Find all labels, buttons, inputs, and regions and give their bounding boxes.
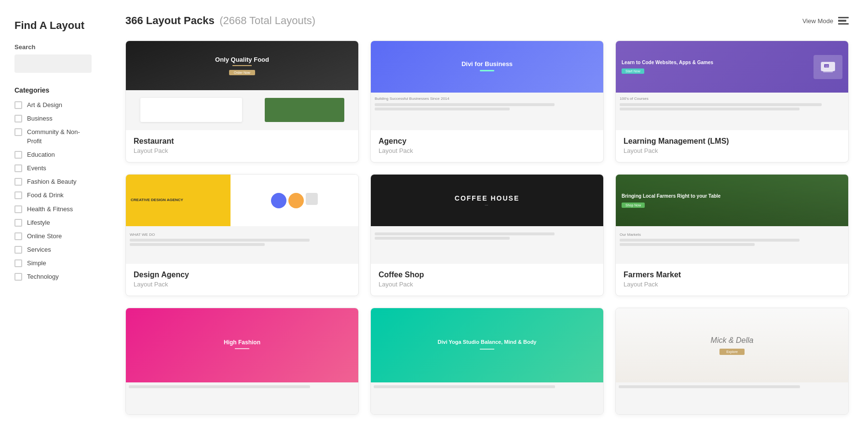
category-checkbox-services[interactable] — [14, 246, 22, 254]
card-info-design: Design Agency Layout Pack — [126, 264, 358, 296]
category-name-simple: Simple — [27, 259, 46, 268]
category-checkbox-events[interactable] — [14, 164, 22, 172]
category-name-services: Services — [27, 245, 51, 254]
coffee-headline: COFFEE HOUSE — [455, 194, 519, 202]
design-headline: CREATIVE DESIGN AGENCY — [131, 198, 226, 203]
category-item-online-store[interactable]: Online Store — [14, 232, 92, 241]
category-checkbox-fashion-beauty[interactable] — [14, 178, 22, 186]
category-name-food-drink: Food & Drink — [27, 191, 64, 200]
category-item-technology[interactable]: Technology — [14, 272, 92, 281]
layout-count: 366 Layout Packs — [125, 14, 215, 27]
category-checkbox-food-drink[interactable] — [14, 191, 22, 199]
card-restaurant[interactable]: Only Quality Food Order Now Restaurant L… — [125, 41, 359, 163]
category-name-art-design: Art & Design — [27, 101, 62, 109]
card-info-restaurant: Restaurant Layout Pack — [126, 130, 358, 162]
total-layouts: (2668 Total Layouts) — [219, 14, 315, 27]
category-checkbox-lifestyle[interactable] — [14, 219, 22, 227]
card-wedding[interactable]: Mick & Della Explore — [615, 308, 849, 415]
card-image-fashion: High Fashion — [126, 308, 358, 414]
card-title-design: Design Agency — [134, 271, 351, 279]
card-image-coffee: COFFEE HOUSE ⸻ — [371, 175, 603, 264]
category-checkbox-online-store[interactable] — [14, 232, 22, 240]
category-name-fashion-beauty: Fashion & Beauty — [27, 177, 77, 186]
card-farmers[interactable]: Bringing Local Farmers Right to your Tab… — [615, 174, 849, 296]
restaurant-headline: Only Quality Food — [215, 56, 269, 63]
category-name-health-fitness: Health & Fitness — [27, 205, 73, 214]
farmers-button: Shop Now — [622, 203, 645, 208]
svg-text:</>: </> — [825, 65, 828, 68]
category-checkbox-education[interactable] — [14, 151, 22, 159]
category-name-online-store: Online Store — [27, 232, 62, 241]
category-name-technology: Technology — [27, 272, 59, 281]
card-subtitle-restaurant: Layout Pack — [134, 147, 351, 154]
card-subtitle-lms: Layout Pack — [624, 147, 841, 154]
fashion-headline: High Fashion — [224, 339, 260, 346]
category-checkbox-simple[interactable] — [14, 259, 22, 267]
card-agency[interactable]: Divi for Business Building Successful Bu… — [370, 41, 604, 163]
card-info-farmers: Farmers Market Layout Pack — [616, 264, 848, 296]
sidebar-title: Find A Layout — [14, 19, 92, 32]
wedding-headline: Mick & Della — [711, 336, 754, 345]
lms-sub: 100's of Courses — [620, 96, 844, 101]
search-input[interactable] — [14, 54, 92, 73]
agency-headline: Divi for Business — [461, 60, 513, 68]
category-item-business[interactable]: Business — [14, 114, 92, 123]
category-name-business: Business — [27, 114, 53, 123]
card-image-lms: Learn to Code Websites, Apps & Games Sta… — [616, 41, 848, 130]
card-subtitle-coffee: Layout Pack — [379, 281, 596, 288]
category-item-food-drink[interactable]: Food & Drink — [14, 191, 92, 200]
card-title-agency: Agency — [379, 137, 596, 146]
card-info-agency: Agency Layout Pack — [371, 130, 603, 162]
category-item-lifestyle[interactable]: Lifestyle — [14, 218, 92, 227]
card-image-design: CREATIVE DESIGN AGENCY WHAT WE — [126, 175, 358, 264]
card-lms[interactable]: Learn to Code Websites, Apps & Games Sta… — [615, 41, 849, 163]
farmers-headline: Bringing Local Farmers Right to your Tab… — [622, 193, 720, 200]
card-title-lms: Learning Management (LMS) — [624, 137, 841, 146]
card-image-yoga: Divi Yoga Studio Balance, Mind & Body — [371, 308, 603, 414]
category-checkbox-health-fitness[interactable] — [14, 205, 22, 213]
main-header: 366 Layout Packs (2668 Total Layouts) Vi… — [125, 14, 849, 27]
category-checkbox-business[interactable] — [14, 115, 22, 122]
layout-grid: Only Quality Food Order Now Restaurant L… — [125, 41, 849, 415]
category-item-health-fitness[interactable]: Health & Fitness — [14, 205, 92, 214]
category-item-events[interactable]: Events — [14, 164, 92, 173]
lms-headline: Learn to Code Websites, Apps & Games — [622, 59, 713, 66]
restaurant-button: Order Now — [229, 70, 255, 75]
category-checkbox-technology[interactable] — [14, 273, 22, 281]
category-name-events: Events — [27, 164, 46, 173]
svg-rect-3 — [823, 71, 833, 72]
category-name-community-nonprofit: Community & Non-Profit — [27, 128, 92, 145]
card-info-coffee: Coffee Shop Layout Pack — [371, 264, 603, 296]
category-item-fashion-beauty[interactable]: Fashion & Beauty — [14, 177, 92, 186]
view-mode-label: View Mode — [802, 17, 833, 25]
card-fashion[interactable]: High Fashion — [125, 308, 359, 415]
card-subtitle-farmers: Layout Pack — [624, 281, 841, 288]
layout-count-area: 366 Layout Packs (2668 Total Layouts) — [125, 14, 315, 27]
yoga-headline: Divi Yoga Studio Balance, Mind & Body — [438, 339, 537, 346]
view-mode-icon[interactable] — [838, 17, 849, 25]
card-title-coffee: Coffee Shop — [379, 271, 596, 279]
card-yoga[interactable]: Divi Yoga Studio Balance, Mind & Body — [370, 308, 604, 415]
card-image-wedding: Mick & Della Explore — [616, 308, 848, 414]
lms-button: Start Now — [622, 68, 644, 74]
card-design-agency[interactable]: CREATIVE DESIGN AGENCY WHAT WE — [125, 174, 359, 296]
category-checkbox-community-nonprofit[interactable] — [14, 128, 22, 136]
card-coffee[interactable]: COFFEE HOUSE ⸻ Coffee Shop Layout Pack — [370, 174, 604, 296]
card-image-farmers: Bringing Local Farmers Right to your Tab… — [616, 175, 848, 264]
page-container: Find A Layout Search Categories Art & De… — [0, 0, 868, 434]
agency-sub: Building Successful Businesses Since 201… — [375, 96, 599, 101]
category-item-education[interactable]: Education — [14, 150, 92, 159]
card-image-agency: Divi for Business Building Successful Bu… — [371, 41, 603, 130]
card-image-restaurant: Only Quality Food Order Now — [126, 41, 358, 130]
main-content: 366 Layout Packs (2668 Total Layouts) Vi… — [106, 0, 868, 434]
card-subtitle-design: Layout Pack — [134, 281, 351, 288]
card-title-farmers: Farmers Market — [624, 271, 841, 279]
category-item-simple[interactable]: Simple — [14, 259, 92, 268]
category-checkbox-art-design[interactable] — [14, 101, 22, 109]
categories-list: Art & Design Business Community & Non-Pr… — [14, 101, 92, 282]
category-item-art-design[interactable]: Art & Design — [14, 101, 92, 109]
category-item-community-nonprofit[interactable]: Community & Non-Profit — [14, 128, 92, 145]
sidebar: Find A Layout Search Categories Art & De… — [0, 0, 106, 434]
category-item-services[interactable]: Services — [14, 245, 92, 254]
search-label: Search — [14, 43, 92, 51]
